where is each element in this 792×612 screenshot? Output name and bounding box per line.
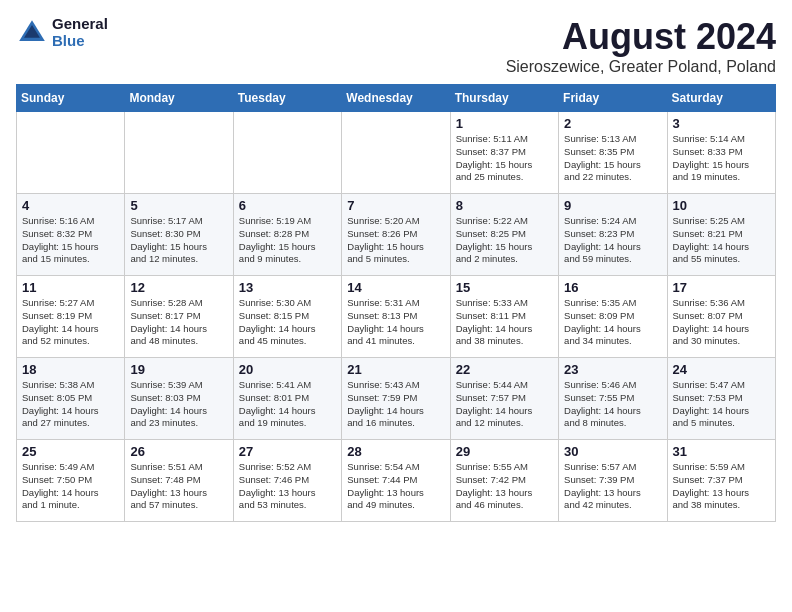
day-cell: 4Sunrise: 5:16 AMSunset: 8:32 PMDaylight…: [17, 194, 125, 276]
day-info: Sunrise: 5:55 AMSunset: 7:42 PMDaylight:…: [456, 461, 553, 512]
day-cell: [342, 112, 450, 194]
day-cell: 27Sunrise: 5:52 AMSunset: 7:46 PMDayligh…: [233, 440, 341, 522]
day-number: 24: [673, 362, 770, 377]
day-cell: 5Sunrise: 5:17 AMSunset: 8:30 PMDaylight…: [125, 194, 233, 276]
day-cell: 13Sunrise: 5:30 AMSunset: 8:15 PMDayligh…: [233, 276, 341, 358]
day-number: 30: [564, 444, 661, 459]
header-friday: Friday: [559, 85, 667, 112]
day-info: Sunrise: 5:36 AMSunset: 8:07 PMDaylight:…: [673, 297, 770, 348]
day-number: 17: [673, 280, 770, 295]
day-info: Sunrise: 5:30 AMSunset: 8:15 PMDaylight:…: [239, 297, 336, 348]
day-info: Sunrise: 5:13 AMSunset: 8:35 PMDaylight:…: [564, 133, 661, 184]
day-cell: [233, 112, 341, 194]
day-cell: 1Sunrise: 5:11 AMSunset: 8:37 PMDaylight…: [450, 112, 558, 194]
day-cell: 6Sunrise: 5:19 AMSunset: 8:28 PMDaylight…: [233, 194, 341, 276]
day-cell: 31Sunrise: 5:59 AMSunset: 7:37 PMDayligh…: [667, 440, 775, 522]
day-number: 12: [130, 280, 227, 295]
day-cell: 22Sunrise: 5:44 AMSunset: 7:57 PMDayligh…: [450, 358, 558, 440]
day-info: Sunrise: 5:19 AMSunset: 8:28 PMDaylight:…: [239, 215, 336, 266]
day-number: 10: [673, 198, 770, 213]
day-cell: 14Sunrise: 5:31 AMSunset: 8:13 PMDayligh…: [342, 276, 450, 358]
day-info: Sunrise: 5:24 AMSunset: 8:23 PMDaylight:…: [564, 215, 661, 266]
day-info: Sunrise: 5:20 AMSunset: 8:26 PMDaylight:…: [347, 215, 444, 266]
day-number: 27: [239, 444, 336, 459]
header-saturday: Saturday: [667, 85, 775, 112]
day-number: 18: [22, 362, 119, 377]
day-info: Sunrise: 5:54 AMSunset: 7:44 PMDaylight:…: [347, 461, 444, 512]
main-title: August 2024: [506, 16, 776, 58]
day-number: 2: [564, 116, 661, 131]
day-info: Sunrise: 5:41 AMSunset: 8:01 PMDaylight:…: [239, 379, 336, 430]
day-cell: 3Sunrise: 5:14 AMSunset: 8:33 PMDaylight…: [667, 112, 775, 194]
header-sunday: Sunday: [17, 85, 125, 112]
day-cell: 30Sunrise: 5:57 AMSunset: 7:39 PMDayligh…: [559, 440, 667, 522]
header-thursday: Thursday: [450, 85, 558, 112]
day-info: Sunrise: 5:35 AMSunset: 8:09 PMDaylight:…: [564, 297, 661, 348]
header-tuesday: Tuesday: [233, 85, 341, 112]
day-number: 21: [347, 362, 444, 377]
day-cell: 23Sunrise: 5:46 AMSunset: 7:55 PMDayligh…: [559, 358, 667, 440]
day-number: 9: [564, 198, 661, 213]
day-cell: 8Sunrise: 5:22 AMSunset: 8:25 PMDaylight…: [450, 194, 558, 276]
day-cell: 20Sunrise: 5:41 AMSunset: 8:01 PMDayligh…: [233, 358, 341, 440]
day-info: Sunrise: 5:57 AMSunset: 7:39 PMDaylight:…: [564, 461, 661, 512]
day-info: Sunrise: 5:46 AMSunset: 7:55 PMDaylight:…: [564, 379, 661, 430]
day-number: 15: [456, 280, 553, 295]
logo-text: General Blue: [52, 16, 108, 49]
day-cell: 19Sunrise: 5:39 AMSunset: 8:03 PMDayligh…: [125, 358, 233, 440]
day-info: Sunrise: 5:31 AMSunset: 8:13 PMDaylight:…: [347, 297, 444, 348]
day-number: 4: [22, 198, 119, 213]
day-cell: 11Sunrise: 5:27 AMSunset: 8:19 PMDayligh…: [17, 276, 125, 358]
week-row-0: 1Sunrise: 5:11 AMSunset: 8:37 PMDaylight…: [17, 112, 776, 194]
day-cell: 29Sunrise: 5:55 AMSunset: 7:42 PMDayligh…: [450, 440, 558, 522]
day-number: 11: [22, 280, 119, 295]
day-cell: [17, 112, 125, 194]
day-info: Sunrise: 5:27 AMSunset: 8:19 PMDaylight:…: [22, 297, 119, 348]
day-info: Sunrise: 5:52 AMSunset: 7:46 PMDaylight:…: [239, 461, 336, 512]
day-cell: 12Sunrise: 5:28 AMSunset: 8:17 PMDayligh…: [125, 276, 233, 358]
day-info: Sunrise: 5:59 AMSunset: 7:37 PMDaylight:…: [673, 461, 770, 512]
day-info: Sunrise: 5:28 AMSunset: 8:17 PMDaylight:…: [130, 297, 227, 348]
day-number: 20: [239, 362, 336, 377]
day-number: 7: [347, 198, 444, 213]
day-number: 29: [456, 444, 553, 459]
day-cell: [125, 112, 233, 194]
day-cell: 9Sunrise: 5:24 AMSunset: 8:23 PMDaylight…: [559, 194, 667, 276]
logo-icon: [16, 17, 48, 49]
title-area: August 2024 Sieroszewice, Greater Poland…: [506, 16, 776, 76]
day-info: Sunrise: 5:39 AMSunset: 8:03 PMDaylight:…: [130, 379, 227, 430]
day-cell: 18Sunrise: 5:38 AMSunset: 8:05 PMDayligh…: [17, 358, 125, 440]
subtitle: Sieroszewice, Greater Poland, Poland: [506, 58, 776, 76]
logo-blue-label: Blue: [52, 33, 108, 50]
day-number: 22: [456, 362, 553, 377]
day-info: Sunrise: 5:38 AMSunset: 8:05 PMDaylight:…: [22, 379, 119, 430]
day-cell: 2Sunrise: 5:13 AMSunset: 8:35 PMDaylight…: [559, 112, 667, 194]
week-row-3: 18Sunrise: 5:38 AMSunset: 8:05 PMDayligh…: [17, 358, 776, 440]
logo-general-label: General: [52, 16, 108, 33]
calendar-body: 1Sunrise: 5:11 AMSunset: 8:37 PMDaylight…: [17, 112, 776, 522]
day-info: Sunrise: 5:11 AMSunset: 8:37 PMDaylight:…: [456, 133, 553, 184]
day-number: 19: [130, 362, 227, 377]
day-info: Sunrise: 5:25 AMSunset: 8:21 PMDaylight:…: [673, 215, 770, 266]
day-cell: 24Sunrise: 5:47 AMSunset: 7:53 PMDayligh…: [667, 358, 775, 440]
day-number: 8: [456, 198, 553, 213]
day-info: Sunrise: 5:44 AMSunset: 7:57 PMDaylight:…: [456, 379, 553, 430]
header-wednesday: Wednesday: [342, 85, 450, 112]
day-cell: 10Sunrise: 5:25 AMSunset: 8:21 PMDayligh…: [667, 194, 775, 276]
day-number: 31: [673, 444, 770, 459]
day-number: 6: [239, 198, 336, 213]
day-number: 23: [564, 362, 661, 377]
day-info: Sunrise: 5:33 AMSunset: 8:11 PMDaylight:…: [456, 297, 553, 348]
day-number: 14: [347, 280, 444, 295]
day-cell: 28Sunrise: 5:54 AMSunset: 7:44 PMDayligh…: [342, 440, 450, 522]
day-info: Sunrise: 5:47 AMSunset: 7:53 PMDaylight:…: [673, 379, 770, 430]
day-cell: 25Sunrise: 5:49 AMSunset: 7:50 PMDayligh…: [17, 440, 125, 522]
header-row: SundayMondayTuesdayWednesdayThursdayFrid…: [17, 85, 776, 112]
day-info: Sunrise: 5:16 AMSunset: 8:32 PMDaylight:…: [22, 215, 119, 266]
calendar-table: SundayMondayTuesdayWednesdayThursdayFrid…: [16, 84, 776, 522]
calendar-header: SundayMondayTuesdayWednesdayThursdayFrid…: [17, 85, 776, 112]
day-number: 1: [456, 116, 553, 131]
day-cell: 26Sunrise: 5:51 AMSunset: 7:48 PMDayligh…: [125, 440, 233, 522]
day-info: Sunrise: 5:51 AMSunset: 7:48 PMDaylight:…: [130, 461, 227, 512]
day-number: 25: [22, 444, 119, 459]
